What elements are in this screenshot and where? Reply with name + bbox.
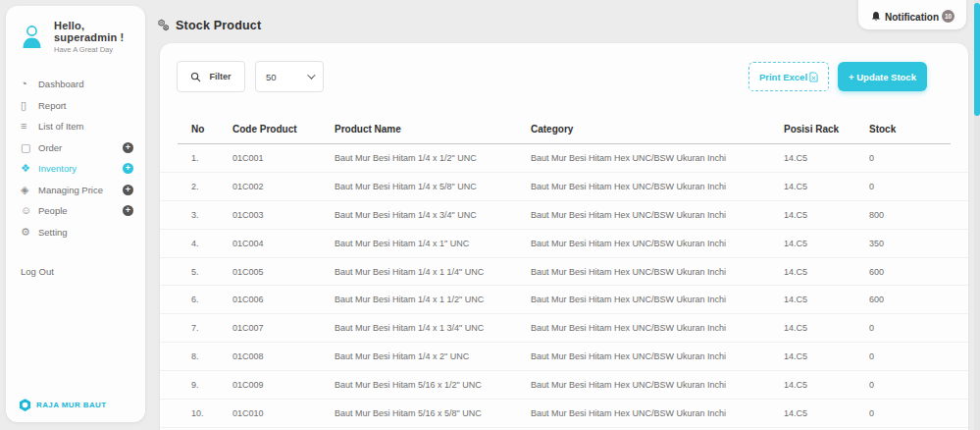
cell-stock: 0: [869, 380, 951, 390]
toolbar: Filter 50 Print Excel + Update Stock: [160, 61, 968, 92]
column-header-product-name: Product Name: [335, 124, 531, 134]
update-stock-button[interactable]: + Update Stock: [838, 62, 927, 91]
cell-posisi-rack: 14.C5: [784, 351, 869, 361]
excel-file-icon: [809, 72, 818, 82]
cell-category: Baut Mur Besi Hitam Hex UNC/BSW Ukuran I…: [531, 295, 784, 304]
notification-button[interactable]: Notification 10: [858, 0, 966, 29]
table-row: 8. 01C008 Baut Mur Besi Hitam 1/4 x 2" U…: [160, 343, 968, 371]
cell-category: Baut Mur Besi Hitam Hex UNC/BSW Ukuran I…: [531, 239, 784, 248]
sidebar-item-report[interactable]: ▯ Report +: [6, 95, 145, 117]
bell-icon: [870, 11, 882, 23]
sidebar-item-dashboard[interactable]: ◔ Dashboard +: [6, 74, 145, 95]
cell-posisi-rack: 14.C5: [784, 380, 869, 390]
page-size-value: 50: [266, 72, 277, 82]
cell-stock: 600: [869, 267, 951, 277]
scrollbar-thumb[interactable]: [974, 3, 980, 116]
cell-category: Baut Mur Besi Hitam Hex UNC/BSW Ukuran I…: [531, 267, 784, 277]
cell-product-name: Baut Mur Besi Hitam 5/16 x 5/8" UNC: [335, 408, 531, 418]
table-header-row: No Code Product Product Name Category Po…: [160, 114, 968, 143]
table-row: 10. 01C010 Baut Mur Besi Hitam 5/16 x 5/…: [160, 400, 968, 428]
plus-badge-icon[interactable]: +: [123, 185, 133, 195]
cell-no: 7.: [191, 323, 232, 333]
print-excel-label: Print Excel: [759, 72, 807, 82]
sidebar-item-setting[interactable]: ⚙ Setting +: [6, 222, 145, 243]
cell-posisi-rack: 14.C5: [784, 210, 869, 220]
cell-code-product: 01C001: [232, 153, 335, 163]
sidebar-item-label: List of Item: [38, 121, 123, 132]
search-icon: [190, 72, 201, 82]
print-excel-button[interactable]: Print Excel: [748, 62, 829, 91]
brand-hexnut-icon: [18, 398, 32, 412]
stock-product-icon: [157, 19, 171, 32]
cell-posisi-rack: 14.C5: [784, 267, 869, 277]
setting-icon: ⚙: [21, 227, 38, 238]
cell-code-product: 01C008: [232, 351, 335, 361]
order-icon: ▢: [21, 142, 38, 153]
notification-label: Notification: [885, 12, 939, 23]
filter-button[interactable]: Filter: [177, 61, 245, 92]
cell-product-name: Baut Mur Besi Hitam 5/16 x 1/2" UNC: [335, 380, 531, 390]
sidebar-item-label: Order: [38, 142, 123, 153]
plus-badge-icon[interactable]: +: [123, 142, 133, 153]
cell-product-name: Baut Mur Besi Hitam 1/4 x 1" UNC: [335, 239, 531, 248]
sidebar-item-label: Report: [38, 100, 123, 111]
plus-badge-icon[interactable]: +: [123, 163, 133, 174]
sidebar-item-order[interactable]: ▢ Order +: [6, 137, 145, 159]
managing-price-icon: ◈: [21, 185, 38, 195]
table-row: 4. 01C004 Baut Mur Besi Hitam 1/4 x 1" U…: [160, 230, 968, 258]
user-block: Hello, superadmin ! Have A Great Day: [6, 6, 145, 64]
dashboard-icon: ◔: [21, 79, 38, 89]
cell-stock: 600: [869, 295, 951, 304]
cell-no: 2.: [191, 182, 232, 191]
sidebar-item-label: Inventory: [38, 163, 123, 174]
stock-table: No Code Product Product Name Category Po…: [160, 114, 968, 428]
logout-button[interactable]: Log Out: [6, 266, 145, 277]
cell-stock: 0: [869, 323, 951, 333]
cell-category: Baut Mur Besi Hitam Hex UNC/BSW Ukuran I…: [531, 182, 784, 191]
table-body: 1. 01C001 Baut Mur Besi Hitam 1/4 x 1/2"…: [160, 144, 968, 428]
stock-product-panel: Filter 50 Print Excel + Update Stock: [160, 43, 968, 430]
cell-code-product: 01C004: [232, 239, 335, 248]
cell-posisi-rack: 14.C5: [784, 408, 869, 418]
cell-product-name: Baut Mur Besi Hitam 1/4 x 2" UNC: [335, 351, 531, 361]
cell-no: 6.: [191, 295, 232, 304]
cell-posisi-rack: 14.C5: [784, 295, 869, 304]
cell-stock: 0: [869, 408, 951, 418]
app-screen: Hello, superadmin ! Have A Great Day ◔ D…: [0, 0, 980, 430]
cell-code-product: 01C009: [232, 380, 335, 390]
cell-posisi-rack: 14.C5: [784, 182, 869, 191]
cell-category: Baut Mur Besi Hitam Hex UNC/BSW Ukuran I…: [531, 153, 784, 163]
filter-label: Filter: [209, 72, 231, 81]
sidebar-item-list-of-item[interactable]: ≡ List of Item +: [6, 116, 145, 137]
cell-no: 9.: [191, 380, 232, 390]
cell-no: 3.: [191, 210, 232, 220]
cell-posisi-rack: 14.C5: [784, 323, 869, 333]
table-row: 1. 01C001 Baut Mur Besi Hitam 1/4 x 1/2"…: [160, 144, 968, 173]
plus-badge-icon[interactable]: +: [123, 205, 133, 216]
cell-category: Baut Mur Besi Hitam Hex UNC/BSW Ukuran I…: [531, 323, 784, 333]
sidebar-item-managing-price[interactable]: ◈ Managing Price +: [6, 180, 145, 201]
sidebar-item-label: Dashboard: [38, 79, 123, 89]
page-size-select[interactable]: 50: [255, 61, 324, 92]
cell-code-product: 01C003: [232, 210, 335, 220]
cell-code-product: 01C005: [232, 267, 335, 277]
cell-no: 10.: [191, 408, 232, 418]
column-header-category: Category: [531, 124, 784, 134]
cell-stock: 800: [869, 210, 951, 220]
scrollbar-track[interactable]: [974, 0, 980, 430]
table-row: 9. 01C009 Baut Mur Besi Hitam 5/16 x 1/2…: [160, 371, 968, 400]
cell-posisi-rack: 14.C5: [784, 153, 869, 163]
column-header-code-product: Code Product: [232, 124, 335, 134]
sidebar: Hello, superadmin ! Have A Great Day ◔ D…: [6, 6, 145, 422]
sidebar-item-label: Managing Price: [38, 185, 123, 195]
user-avatar-icon: [19, 24, 45, 50]
cell-code-product: 01C006: [232, 295, 335, 304]
page-header: Stock Product: [157, 19, 261, 32]
cell-category: Baut Mur Besi Hitam Hex UNC/BSW Ukuran I…: [531, 210, 784, 220]
sidebar-item-label: People: [38, 205, 123, 216]
cell-product-name: Baut Mur Besi Hitam 1/4 x 5/8" UNC: [335, 182, 531, 191]
sidebar-item-people[interactable]: ☺ People +: [6, 200, 145, 222]
table-row: 5. 01C005 Baut Mur Besi Hitam 1/4 x 1 1/…: [160, 258, 968, 287]
sidebar-item-inventory[interactable]: ❖ Inventory +: [6, 158, 145, 180]
sidebar-item-label: Setting: [38, 227, 123, 238]
